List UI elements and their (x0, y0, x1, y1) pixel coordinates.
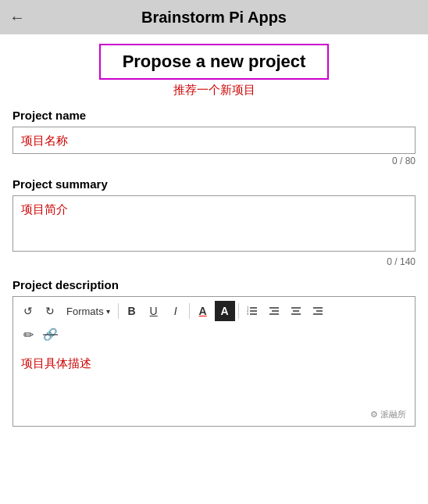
chevron-down-icon: ▾ (106, 307, 110, 316)
ordered-list-icon: 1 2 3 (246, 305, 259, 317)
indent-icon (268, 305, 280, 317)
project-name-char-count: 0 / 80 (12, 155, 416, 166)
header-title: Brainstorm Pi Apps (141, 9, 287, 27)
svg-text:3: 3 (247, 312, 249, 316)
back-button[interactable]: ← (9, 9, 25, 27)
redo-button[interactable]: ↻ (40, 301, 60, 321)
toolbar-divider-2 (189, 303, 190, 319)
project-name-label: Project name (12, 109, 416, 122)
formats-label: Formats (66, 306, 104, 317)
project-summary-label: Project summary (12, 177, 416, 191)
align-center-button[interactable] (286, 301, 306, 321)
watermark-text: 派融所 (380, 409, 406, 420)
main-content: Propose a new project 推荐一个新项目 Project na… (0, 34, 428, 504)
italic-button[interactable]: I (166, 301, 186, 321)
header: ← Brainstorm Pi Apps (0, 0, 428, 34)
bold-button[interactable]: B (122, 301, 142, 321)
project-summary-char-count: 0 / 140 (12, 256, 416, 267)
undo-redo-group: ↺ ↻ (18, 301, 60, 321)
propose-box: Propose a new project (99, 44, 330, 80)
undo-button[interactable]: ↺ (18, 301, 38, 321)
toolbar-row-2: ✏ 🔗 (18, 323, 61, 345)
font-color-button[interactable]: A (193, 301, 213, 321)
watermark-icon: ⚙ (370, 409, 378, 420)
editor-toolbar: ↺ ↻ Formats ▾ B U I A A (12, 296, 416, 349)
pencil-button[interactable]: ✏ (18, 324, 38, 345)
project-name-input[interactable] (12, 127, 416, 154)
toolbar-divider-1 (118, 303, 119, 319)
align-indent-button[interactable] (264, 301, 284, 321)
highlight-button[interactable]: A (215, 301, 235, 321)
formats-dropdown[interactable]: Formats ▾ (62, 301, 115, 321)
align-right-button[interactable] (308, 301, 328, 321)
propose-section: Propose a new project (12, 44, 416, 80)
list-button[interactable]: 1 2 3 (242, 301, 262, 321)
align-center-icon (290, 305, 302, 317)
project-summary-input[interactable] (12, 195, 416, 252)
watermark: ⚙ 派融所 (370, 409, 406, 420)
unlink-button[interactable]: 🔗 (40, 324, 61, 345)
toolbar-row-1: ↺ ↻ Formats ▾ B U I A A (18, 301, 410, 321)
underline-button[interactable]: U (144, 301, 164, 321)
project-description-input[interactable] (12, 349, 416, 427)
propose-subtitle: 推荐一个新项目 (12, 83, 416, 98)
toolbar-divider-3 (238, 303, 239, 319)
align-right-icon (312, 305, 324, 317)
project-description-label: Project description (12, 278, 416, 291)
propose-title: Propose a new project (123, 52, 306, 71)
